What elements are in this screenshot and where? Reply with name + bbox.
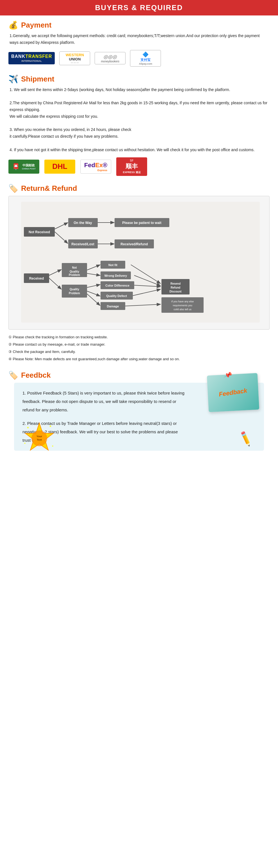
svg-text:Not: Not bbox=[72, 266, 77, 269]
feedback-title-text: Feedbck bbox=[21, 371, 51, 380]
shipment-body: 1. We will sent the items within 2-5days… bbox=[8, 87, 270, 153]
svg-text:Received/Lost: Received/Lost bbox=[71, 242, 94, 246]
svg-text:Please be patient to wait: Please be patient to wait bbox=[122, 221, 161, 225]
page-header: BUYERS & REQUIRED bbox=[0, 0, 278, 16]
shipment-point-2: 2.The shipment by China Post Registered … bbox=[9, 100, 270, 120]
svg-text:Quality: Quality bbox=[70, 270, 79, 273]
svg-text:Discount: Discount bbox=[170, 290, 182, 293]
svg-text:On the Way: On the Way bbox=[74, 221, 92, 225]
gold-seal-svg: Your Text ★ ★ ★ ★ bbox=[23, 422, 56, 455]
shipment-point-4: 4. If you have not got it within the shi… bbox=[9, 147, 270, 153]
shipment-point-1: 1. We will sent the items within 2-5days… bbox=[9, 87, 270, 93]
refund-note-3: ③ Check the package and Item, carefully. bbox=[8, 348, 270, 355]
feedback-icon: 🏷️ bbox=[8, 371, 18, 380]
svg-text:★: ★ bbox=[49, 425, 52, 428]
shipment-icon: ✈️ bbox=[8, 74, 18, 84]
feedback-outer-section: 🏷️ Feedbck Feedback 📌 1. Positive Feedba… bbox=[0, 366, 278, 456]
svg-text:Problem: Problem bbox=[69, 292, 80, 295]
return-icon: 🏷️ bbox=[8, 184, 18, 193]
payment-title: 💰 Payment bbox=[8, 21, 270, 30]
svg-text:Damage: Damage bbox=[107, 305, 119, 308]
alipay-logo: 🔷 支付宝 Alipay.com bbox=[130, 50, 161, 67]
fedex-logo: FedEx® Express bbox=[80, 160, 111, 174]
svg-text:requirements you: requirements you bbox=[173, 304, 193, 307]
shipment-title: ✈️ Shipment bbox=[8, 74, 270, 84]
feedback-card: Feedback bbox=[207, 373, 259, 412]
feedback-content: Feedback 📌 1. Positive Feedback (5 Stars… bbox=[14, 383, 264, 451]
svg-text:Quality: Quality bbox=[70, 288, 79, 291]
svg-text:Not Received: Not Received bbox=[29, 230, 50, 234]
dhl-logo: DHL bbox=[44, 160, 75, 174]
feedback-point-1: 1. Positive Feedback (5 Stars) is very i… bbox=[23, 389, 186, 414]
flowchart-svg: Not Received On the Way Please be patien… bbox=[17, 202, 264, 322]
refund-note-2: ② Please contact us by meesage, e-mail, … bbox=[8, 341, 270, 348]
shipment-point-3: 3. When you receive the items you ordere… bbox=[9, 126, 270, 140]
svg-text:Received: Received bbox=[29, 277, 44, 280]
refund-notes: ① Please check the tracking in formation… bbox=[8, 334, 270, 363]
sf-express-logo: SF 顺丰 EXPRESS 速运 bbox=[116, 157, 147, 176]
shipping-logos: 📮 中国邮政 CHINA POST DHL FedEx® Express SF … bbox=[8, 157, 270, 176]
payment-title-text: Payment bbox=[21, 21, 51, 30]
bank-transfer-logo: BANKTRANSFER INTERNATIONAL bbox=[8, 52, 55, 64]
payment-logos: BANKTRANSFER INTERNATIONAL WESTERN UNION… bbox=[8, 50, 270, 67]
svg-text:★: ★ bbox=[24, 442, 26, 444]
return-refund-title-text: Return& Refund bbox=[21, 184, 77, 193]
refund-note-1: ① Please check the tracking in formation… bbox=[8, 334, 270, 341]
svg-text:coild also tell us: coild also tell us bbox=[174, 308, 192, 311]
svg-text:Wrong Delivery: Wrong Delivery bbox=[104, 274, 127, 277]
shipment-title-text: Shipment bbox=[21, 75, 54, 84]
svg-text:If you have any else: If you have any else bbox=[171, 300, 194, 303]
payment-section: 💰 Payment 1.Generally, we accept the fol… bbox=[0, 16, 278, 69]
svg-text:Text: Text bbox=[37, 438, 42, 441]
pencil-icon: ✏️ bbox=[237, 430, 254, 447]
svg-text:Not fit: Not fit bbox=[108, 263, 117, 267]
feedback-card-label: Feedback bbox=[218, 387, 248, 398]
svg-text:Received/Refund: Received/Refund bbox=[120, 242, 148, 246]
svg-text:★: ★ bbox=[27, 426, 29, 429]
svg-text:★: ★ bbox=[52, 445, 54, 447]
svg-text:Refund: Refund bbox=[171, 286, 180, 289]
refund-note-4: ④ Please Note: Men made defects are not … bbox=[8, 355, 270, 363]
return-refund-title: 🏷️ Return& Refund bbox=[8, 184, 270, 193]
gold-seal-container: Your Text ★ ★ ★ ★ bbox=[23, 422, 56, 456]
moneybookers-logo: ◎◎◎ moneybookers bbox=[95, 52, 126, 64]
payment-icon: 💰 bbox=[8, 21, 18, 30]
svg-text:Resend: Resend bbox=[170, 282, 180, 285]
flowchart-container: Not Received On the Way Please be patien… bbox=[8, 196, 270, 330]
western-union-logo: WESTERN UNION — — — bbox=[59, 52, 90, 65]
svg-text:Your: Your bbox=[36, 435, 42, 438]
svg-text:Color Difference: Color Difference bbox=[105, 284, 130, 287]
svg-rect-29 bbox=[62, 285, 87, 298]
svg-text:Problem: Problem bbox=[69, 273, 80, 277]
return-refund-section: 🏷️ Return& Refund Not Received On the Wa… bbox=[0, 179, 278, 366]
svg-text:Quality Defect: Quality Defect bbox=[106, 294, 127, 298]
china-post-logo: 📮 中国邮政 CHINA POST bbox=[8, 160, 39, 174]
payment-body: 1.Generally, we accept the following pay… bbox=[8, 33, 270, 46]
shipment-section: ✈️ Shipment 1. We will sent the items wi… bbox=[0, 69, 278, 179]
